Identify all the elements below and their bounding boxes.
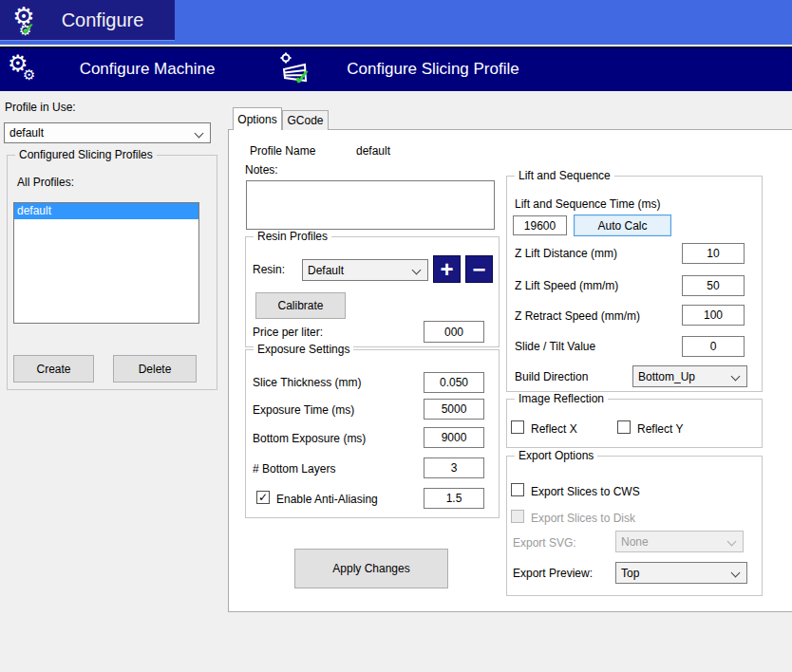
export-preview-value: Top: [621, 567, 639, 580]
add-resin-button[interactable]: +: [433, 255, 461, 283]
bottom-layers-label: # Bottom Layers: [253, 462, 335, 476]
configured-slicing-profiles-title: Configured Slicing Profiles: [15, 148, 157, 161]
anti-aliasing-label: Enable Anti-Aliasing: [276, 493, 378, 506]
profile-in-use-select[interactable]: default: [4, 122, 211, 143]
lift-and-sequence-title: Lift and Sequence: [515, 169, 614, 182]
list-item[interactable]: default: [14, 203, 198, 219]
gears-check-icon: ⚙ ⚙ ✓: [0, 8, 44, 32]
anti-aliasing-checkbox[interactable]: ✓: [256, 491, 270, 504]
price-per-liter-input[interactable]: [424, 321, 484, 343]
slice-thickness-label: Slice Thickness (mm): [253, 376, 361, 389]
lift-sequence-time-label: Lift and Sequence Time (ms): [515, 197, 660, 211]
slice-check-icon: ✓: [278, 52, 312, 88]
reflect-y-checkbox[interactable]: [617, 420, 631, 434]
profile-name-value: default: [356, 144, 390, 158]
export-cws-checkbox[interactable]: [511, 483, 524, 496]
z-retract-speed-input[interactable]: [682, 305, 745, 326]
chevron-down-icon: [727, 537, 737, 547]
calibrate-button[interactable]: Calibrate: [255, 292, 346, 319]
notes-label: Notes:: [245, 163, 278, 177]
image-reflection-title: Image Reflection: [515, 392, 608, 405]
profile-in-use-value: default: [9, 126, 44, 140]
exposure-time-label: Exposure Time (ms): [253, 403, 354, 417]
export-disk-checkbox: [511, 510, 524, 523]
profiles-listbox[interactable]: default: [13, 202, 199, 324]
build-direction-value: Bottom_Up: [638, 370, 695, 383]
export-options-title: Export Options: [515, 449, 597, 462]
export-preview-label: Export Preview:: [513, 567, 593, 580]
slice-thickness-input[interactable]: [424, 372, 484, 393]
auto-calc-button[interactable]: Auto Calc: [574, 215, 671, 236]
lift-sequence-time-input[interactable]: [513, 215, 567, 235]
z-lift-distance-label: Z Lift Distance (mm): [515, 247, 617, 260]
profile-name-label: Profile Name: [250, 144, 315, 158]
export-svg-select: None: [615, 531, 744, 552]
checkmark-icon: ✓: [258, 491, 268, 504]
tab-options[interactable]: Options: [233, 107, 282, 130]
resin-profiles-title: Resin Profiles: [254, 230, 331, 243]
build-direction-label: Build Direction: [515, 370, 588, 383]
resin-label: Resin:: [253, 263, 285, 276]
reflect-x-checkbox[interactable]: [511, 420, 524, 434]
slide-tilt-value-input[interactable]: [682, 336, 745, 357]
tab-gcode[interactable]: GCode: [282, 110, 329, 130]
exposure-time-input[interactable]: [424, 399, 484, 420]
resin-select[interactable]: Default: [302, 259, 428, 281]
export-disk-label: Export Slices to Disk: [531, 512, 635, 525]
profile-in-use-label: Profile in Use:: [5, 101, 76, 114]
chevron-down-icon: [412, 266, 422, 275]
notes-textarea[interactable]: [246, 180, 495, 230]
z-lift-distance-input[interactable]: [682, 243, 745, 264]
bottom-layers-input[interactable]: [424, 457, 484, 478]
main-toolbar: 3D View Slice View Control ⚙ ⚙ ✓: [0, 0, 792, 45]
chevron-down-icon: [195, 129, 204, 139]
reflect-x-label: Reflect X: [531, 422, 577, 436]
build-direction-select[interactable]: Bottom_Up: [632, 365, 747, 387]
exposure-settings-title: Exposure Settings: [254, 343, 353, 356]
subnav-configure-slicing-profile[interactable]: Configure Slicing Profile: [332, 60, 534, 79]
create-button[interactable]: Create: [13, 355, 94, 383]
delete-button[interactable]: Delete: [113, 355, 197, 383]
plus-icon: +: [440, 258, 453, 281]
export-cws-label: Export Slices to CWS: [531, 485, 640, 498]
z-lift-speed-label: Z Lift Speed (mm/m): [515, 279, 618, 292]
subnav-configure-machine[interactable]: Configure Machine: [62, 60, 233, 79]
configure-sub-toolbar: ⚙ ⚙ Configure Machine ✓ Configure Slicin…: [0, 47, 792, 91]
anti-aliasing-input[interactable]: [424, 488, 484, 509]
bottom-exposure-label: Bottom Exposure (ms): [253, 432, 366, 445]
remove-resin-button[interactable]: −: [465, 255, 493, 283]
tab-configure[interactable]: ⚙ ⚙ ✓ Configure: [0, 0, 175, 41]
bottom-exposure-input[interactable]: [424, 427, 484, 448]
z-retract-speed-label: Z Retract Speed (mm/m): [515, 309, 640, 323]
slide-tilt-value-label: Slide / Tilt Value: [515, 340, 595, 353]
tab-configure-label: Configure: [44, 9, 175, 31]
export-preview-select[interactable]: Top: [615, 562, 747, 584]
z-lift-speed-input[interactable]: [682, 275, 745, 296]
reflect-y-label: Reflect Y: [637, 422, 683, 436]
minus-icon: −: [472, 258, 485, 281]
chevron-down-icon: [731, 569, 741, 578]
apply-changes-button[interactable]: Apply Changes: [294, 549, 448, 588]
export-svg-value: None: [621, 535, 649, 549]
all-profiles-label: All Profiles:: [17, 176, 74, 189]
gears-icon: ⚙ ⚙: [8, 52, 28, 75]
resin-value: Default: [308, 264, 344, 277]
price-per-liter-label: Price per liter:: [253, 326, 323, 339]
chevron-down-icon: [731, 372, 741, 382]
export-svg-label: Export SVG:: [513, 536, 576, 550]
